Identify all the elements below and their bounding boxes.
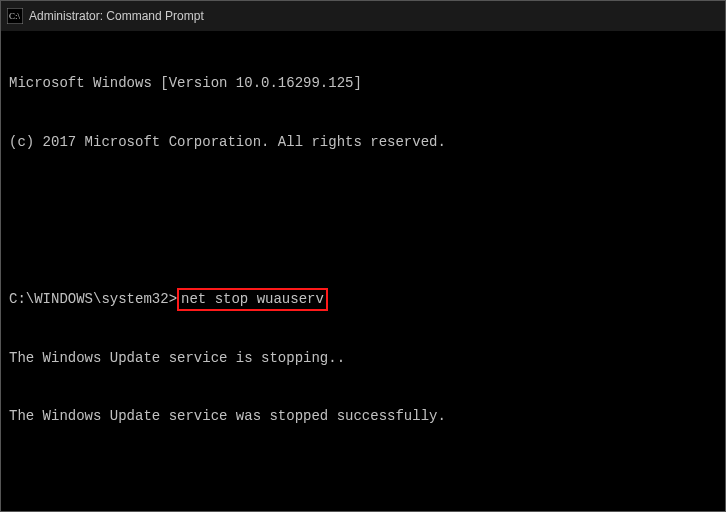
svg-text:C:\: C:\ <box>9 11 21 21</box>
header-line: Microsoft Windows [Version 10.0.16299.12… <box>9 74 717 94</box>
output-line: The Windows Update service was stopped s… <box>9 407 717 427</box>
window-title: Administrator: Command Prompt <box>29 9 204 23</box>
output-line: The Windows Update service is stopping.. <box>9 349 717 369</box>
header-line: (c) 2017 Microsoft Corporation. All righ… <box>9 133 717 153</box>
highlighted-command: net stop wuauserv <box>177 288 328 312</box>
blank-line <box>9 466 717 486</box>
blank-line <box>9 192 717 212</box>
terminal-area[interactable]: Microsoft Windows [Version 10.0.16299.12… <box>1 31 725 511</box>
titlebar[interactable]: C:\ Administrator: Command Prompt <box>1 1 725 31</box>
command-line: C:\WINDOWS\system32>net stop wuauserv <box>9 290 717 310</box>
command-prompt-window: C:\ Administrator: Command Prompt Micros… <box>0 0 726 512</box>
prompt: C:\WINDOWS\system32> <box>9 291 177 307</box>
cmd-icon: C:\ <box>7 8 23 24</box>
